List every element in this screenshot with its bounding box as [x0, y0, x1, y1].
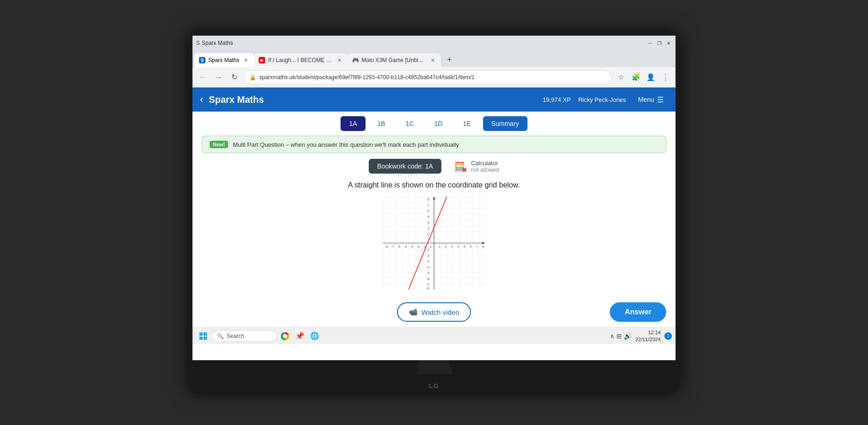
sparx-logo: Sparx Maths	[209, 94, 543, 105]
tab-sparx-label: Sparx Maths	[208, 57, 239, 63]
tab-youtube-close[interactable]: ✕	[335, 56, 343, 64]
title-favicon: S	[196, 40, 200, 46]
system-tray-icons: ∧ ⊞ 🔊	[610, 332, 632, 340]
monitor-screen: S Sparx Maths ─ ❐ ✕ S Sparx Maths ✕ ▶	[192, 36, 676, 360]
svg-rect-43	[204, 337, 207, 340]
tab-summary[interactable]: Summary	[483, 116, 527, 131]
browser: S Sparx Maths ─ ❐ ✕ S Sparx Maths ✕ ▶	[192, 36, 676, 360]
window-controls: ─ ❐ ✕	[647, 40, 672, 46]
reload-button[interactable]: ↻	[228, 71, 241, 84]
question-text: A straight line is shown on the coordina…	[192, 181, 676, 189]
svg-text:4: 4	[458, 245, 459, 248]
svg-text:7: 7	[476, 245, 478, 248]
taskbar-search[interactable]: 🔍 Search	[212, 331, 277, 342]
back-button[interactable]: ←	[196, 71, 209, 84]
clock-date: 22/11/2024	[635, 336, 661, 343]
answer-button-wrapper: Answer	[610, 302, 666, 322]
calculator-label: Calculator	[471, 160, 499, 167]
hamburger-icon: ☰	[657, 95, 663, 104]
clock[interactable]: 12:14 22/11/2024	[635, 329, 661, 343]
taskbar-app-2[interactable]: 📌	[293, 330, 306, 343]
monitor-stand	[415, 360, 453, 374]
taskbar-chrome[interactable]	[279, 330, 291, 343]
calculator-icon: 🧮 ✖	[453, 159, 467, 174]
taskview-icon[interactable]: ⊞	[616, 332, 622, 340]
svg-text:-6: -6	[398, 245, 401, 248]
bottom-row: 📹 Watch video Answer	[192, 297, 676, 327]
svg-text:-1: -1	[429, 245, 432, 248]
more-button[interactable]: ⋮	[659, 71, 672, 84]
svg-text:-5: -5	[404, 245, 407, 248]
url-bar[interactable]: 🔒 sparxmaths.uk/student/package/69ef7f89…	[243, 70, 612, 84]
svg-text:-8: -8	[385, 245, 388, 248]
svg-text:2: 2	[428, 232, 429, 236]
svg-text:6: 6	[428, 209, 429, 212]
minimize-button[interactable]: ─	[647, 40, 653, 46]
svg-text:1: 1	[439, 245, 440, 248]
tab-moto[interactable]: 🎮 Moto X3M Game [Unblocked] ✕	[347, 53, 441, 67]
calculator-text: Calculator not allowed	[471, 160, 499, 173]
search-icon: 🔍	[217, 333, 224, 339]
tab-youtube[interactable]: ▶ If I Laugh... I BECOME NINJA - Y ✕	[254, 53, 347, 67]
svg-text:5: 5	[428, 215, 429, 219]
svg-text:4: 4	[428, 221, 429, 224]
tab-1E[interactable]: 1E	[455, 116, 479, 131]
restore-button[interactable]: ❐	[656, 40, 663, 46]
tab-1D[interactable]: 1D	[426, 116, 451, 131]
tab-sparx[interactable]: S Sparx Maths ✕	[194, 53, 254, 67]
sparx-menu-button[interactable]: Menu ☰	[633, 93, 668, 107]
monitor-brand-label: LG	[429, 382, 439, 389]
search-placeholder: Search	[227, 333, 244, 339]
svg-text:8: 8	[483, 245, 484, 248]
banner-text: Multi Part Question – when you answer th…	[233, 141, 459, 148]
tab-moto-label: Moto X3M Game [Unblocked]	[361, 57, 426, 63]
tab-youtube-label: If I Laugh... I BECOME NINJA - Y	[268, 57, 333, 63]
tab-moto-close[interactable]: ✕	[429, 56, 436, 64]
svg-text:-3: -3	[427, 260, 429, 263]
notification-badge[interactable]: 1	[664, 332, 672, 340]
watch-video-button[interactable]: 📹 Watch video	[397, 302, 471, 322]
page-content: ‹ Sparx Maths 19,974 XP Ricky Peck-Jones…	[192, 88, 676, 360]
volume-icon[interactable]: 🔊	[624, 332, 632, 340]
tab-sparx-close[interactable]: ✕	[242, 56, 249, 64]
answer-button[interactable]: Answer	[610, 302, 666, 322]
url-text: sparxmaths.uk/student/package/69ef7f89-1…	[259, 74, 475, 81]
sparx-menu-label: Menu	[638, 96, 654, 103]
tab-youtube-favicon: ▶	[259, 57, 265, 63]
extension-button[interactable]: 🧩	[629, 71, 642, 84]
svg-text:-3: -3	[417, 245, 420, 248]
coordinate-graph: x y -8 -7 -6 -5 -4 -3 -2 -1 1 2 3	[383, 197, 485, 289]
url-lock-icon: 🔒	[249, 74, 256, 81]
tab-moto-favicon: 🎮	[352, 57, 359, 63]
close-button[interactable]: ✕	[665, 40, 672, 46]
svg-text:-6: -6	[427, 277, 429, 281]
svg-point-45	[283, 334, 287, 338]
sparx-back-button[interactable]: ‹	[200, 94, 203, 106]
svg-text:6: 6	[470, 245, 472, 248]
start-button[interactable]	[196, 330, 210, 343]
calculator-not-allowed-icon: ✖	[462, 166, 467, 174]
new-tab-button[interactable]: +	[443, 53, 456, 66]
monitor: S Sparx Maths ─ ❐ ✕ S Sparx Maths ✕ ▶	[189, 32, 679, 393]
svg-text:-4: -4	[410, 245, 413, 248]
bookwork-code: Bookwork code: 1A	[369, 159, 441, 174]
info-banner: New! Multi Part Question – when you answ…	[202, 136, 666, 153]
chevron-up-icon[interactable]: ∧	[610, 332, 614, 340]
tab-1C[interactable]: 1C	[397, 116, 422, 131]
addressbar-icons: ☆ 🧩 👤 ⋮	[614, 71, 672, 84]
profile-button[interactable]: 👤	[644, 71, 657, 84]
forward-button[interactable]: →	[212, 71, 225, 84]
tabbar: S Sparx Maths ✕ ▶ If I Laugh... I BECOME…	[192, 50, 676, 67]
taskbar-app-3[interactable]: 🌐	[308, 330, 321, 343]
tab-1B[interactable]: 1B	[369, 116, 394, 131]
bookwork-row: Bookwork code: 1A 🧮 ✖ Calculator not all…	[192, 159, 676, 174]
svg-text:-2: -2	[427, 254, 429, 257]
svg-rect-40	[199, 332, 203, 336]
svg-text:5: 5	[464, 245, 465, 248]
bookmark-button[interactable]: ☆	[614, 71, 627, 84]
svg-text:8: 8	[428, 198, 429, 201]
watch-video-label: Watch video	[422, 308, 459, 316]
clock-time: 12:14	[635, 329, 661, 336]
svg-text:-8: -8	[427, 287, 429, 289]
tab-1A[interactable]: 1A	[341, 116, 365, 131]
